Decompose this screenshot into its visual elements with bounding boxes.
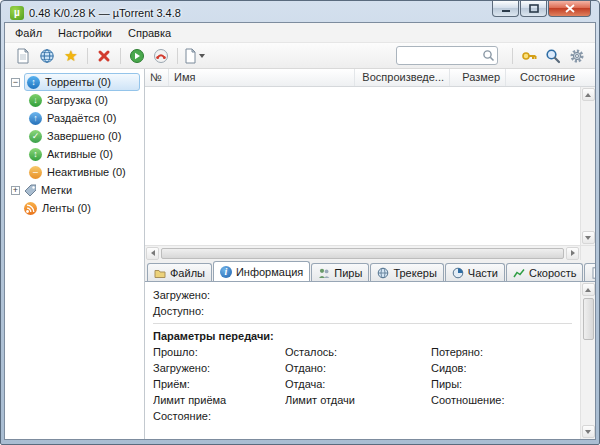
menu-settings[interactable]: Настройки bbox=[50, 25, 120, 41]
tab-trackers[interactable]: Трекеры bbox=[370, 263, 443, 281]
key-button[interactable] bbox=[517, 45, 541, 67]
sidebar-item-label: Активные (0) bbox=[47, 148, 113, 160]
arrow-left-icon bbox=[151, 250, 155, 256]
main-panel: № Имя Воспроизведе... Размер Состояние bbox=[145, 69, 595, 439]
sidebar-item-label: Неактивные (0) bbox=[47, 166, 126, 178]
sidebar-item-label: Метки bbox=[41, 184, 72, 196]
status-label: Состояние: bbox=[153, 408, 285, 424]
tab-peers[interactable]: Пиры bbox=[311, 263, 369, 281]
active-arrows-icon: ↕ bbox=[29, 148, 42, 161]
category-sidebar: − ↕ Торренты (0) ↓ Загрузка (0) ↑ Раздаё… bbox=[5, 69, 145, 439]
scroll-right-button[interactable] bbox=[566, 247, 579, 260]
search-box bbox=[396, 46, 498, 65]
scroll-down-button[interactable] bbox=[582, 425, 595, 438]
scroll-up-button[interactable] bbox=[582, 88, 595, 101]
downloaded-label: Загружено: bbox=[153, 287, 572, 303]
remote-button[interactable] bbox=[149, 45, 173, 67]
menu-file[interactable]: Файл bbox=[7, 25, 50, 41]
detail-tabstrip: Файлы i Информация Пиры bbox=[145, 260, 595, 281]
report-page-icon bbox=[591, 267, 595, 279]
sidebar-item-labels[interactable]: + Метки bbox=[5, 181, 144, 199]
maximize-button[interactable] bbox=[520, 1, 547, 17]
sidebar-item-completed[interactable]: ✓ Завершено (0) bbox=[5, 127, 144, 145]
upload-limit-label: Лимит отдачи bbox=[285, 392, 431, 408]
elapsed-label: Прошло: bbox=[153, 344, 285, 360]
arrow-up-icon bbox=[585, 93, 591, 97]
new-item-button[interactable] bbox=[182, 45, 206, 67]
column-size[interactable]: Размер bbox=[450, 69, 506, 86]
column-status[interactable]: Состояние bbox=[506, 69, 595, 86]
add-torrent-button[interactable] bbox=[11, 45, 35, 67]
sidebar-item-label: Завершено (0) bbox=[47, 130, 121, 142]
chevron-down-icon bbox=[199, 54, 205, 58]
inactive-icon: – bbox=[29, 166, 42, 179]
find-button[interactable] bbox=[541, 45, 565, 67]
information-panel: Загружено: Доступно: Параметры передачи:… bbox=[145, 281, 595, 439]
collapse-expander-icon[interactable]: − bbox=[11, 78, 20, 87]
remote-icon bbox=[153, 48, 169, 64]
search-icon[interactable] bbox=[482, 49, 495, 62]
sidebar-item-label: Ленты (0) bbox=[42, 202, 91, 214]
window-controls bbox=[491, 1, 591, 17]
tab-information[interactable]: i Информация bbox=[213, 261, 310, 281]
list-vertical-scrollbar[interactable] bbox=[580, 87, 595, 245]
add-from-url-button[interactable] bbox=[35, 45, 59, 67]
sidebar-item-label: Торренты (0) bbox=[45, 76, 111, 88]
sidebar-item-inactive[interactable]: – Неактивные (0) bbox=[5, 163, 144, 181]
minimize-button[interactable] bbox=[492, 1, 519, 17]
toolbar-separator bbox=[512, 48, 513, 64]
toolbar-separator bbox=[120, 48, 121, 64]
new-item-icon bbox=[184, 48, 197, 64]
scroll-down-button[interactable] bbox=[582, 231, 595, 244]
tab-logger[interactable]: Отчёты bbox=[584, 263, 595, 281]
scroll-left-button[interactable] bbox=[146, 247, 159, 260]
sidebar-item-seeding[interactable]: ↑ Раздаётся (0) bbox=[5, 109, 144, 127]
settings-button[interactable] bbox=[565, 45, 589, 67]
upload-arrow-icon: ↑ bbox=[29, 112, 42, 125]
transfer-grid: Прошло: Осталось: Потеряно: Загружено: О… bbox=[153, 344, 572, 424]
available-label: Доступно: bbox=[153, 303, 572, 319]
torrent-list[interactable] bbox=[145, 87, 580, 245]
app-window: µ 0.48 K/0.28 K — µTorrent 3.4.8 Файл На… bbox=[0, 0, 600, 445]
peers-label: Пиры: bbox=[431, 376, 572, 392]
tracker-globe-icon bbox=[377, 267, 389, 279]
sidebar-item-torrents[interactable]: − ↕ Торренты (0) bbox=[5, 73, 144, 91]
downloaded-total-label: Загружено: bbox=[153, 360, 285, 376]
tab-files[interactable]: Файлы bbox=[147, 263, 212, 281]
sidebar-item-feeds[interactable]: Ленты (0) bbox=[5, 199, 144, 217]
scrollbar-corner bbox=[580, 245, 595, 260]
create-torrent-button[interactable]: ★ bbox=[59, 45, 83, 67]
column-number[interactable]: № bbox=[145, 69, 169, 86]
info-icon: i bbox=[220, 266, 232, 278]
peers-icon bbox=[318, 267, 330, 279]
torrents-icon: ↕ bbox=[27, 76, 40, 89]
arrow-right-icon bbox=[571, 250, 575, 256]
share-ratio-label: Соотношение: bbox=[431, 392, 572, 408]
info-vertical-scrollbar[interactable] bbox=[580, 282, 595, 439]
column-played[interactable]: Воспроизведе... bbox=[355, 69, 450, 86]
remove-button[interactable] bbox=[92, 45, 116, 67]
expand-expander-icon[interactable]: + bbox=[11, 186, 20, 195]
transfer-section-header: Параметры передачи: bbox=[153, 328, 572, 344]
menu-help[interactable]: Справка bbox=[120, 25, 179, 41]
sidebar-item-active[interactable]: ↕ Активные (0) bbox=[5, 145, 144, 163]
list-horizontal-scrollbar[interactable] bbox=[145, 245, 580, 260]
start-button[interactable] bbox=[125, 45, 149, 67]
sidebar-item-downloading[interactable]: ↓ Загрузка (0) bbox=[5, 91, 144, 109]
close-button[interactable] bbox=[548, 1, 591, 17]
create-torrent-icon: ★ bbox=[64, 48, 77, 63]
maximize-icon bbox=[529, 4, 539, 13]
utorrent-logo-icon: µ bbox=[10, 6, 24, 20]
vertical-scroll-thumb[interactable] bbox=[583, 298, 594, 340]
scroll-up-button[interactable] bbox=[582, 283, 595, 296]
arrow-down-icon bbox=[585, 430, 591, 434]
torrent-list-header: № Имя Воспроизведе... Размер Состояние bbox=[145, 69, 595, 87]
start-icon bbox=[129, 48, 145, 64]
tab-speed[interactable]: Скорость bbox=[506, 263, 584, 281]
download-speed-label: Приём: bbox=[153, 376, 285, 392]
arrow-down-icon bbox=[585, 236, 591, 240]
checkmark-icon: ✓ bbox=[29, 130, 42, 143]
horizontal-scroll-thumb[interactable] bbox=[161, 248, 564, 259]
column-name[interactable]: Имя bbox=[169, 69, 355, 86]
tab-pieces[interactable]: Части bbox=[445, 263, 505, 281]
